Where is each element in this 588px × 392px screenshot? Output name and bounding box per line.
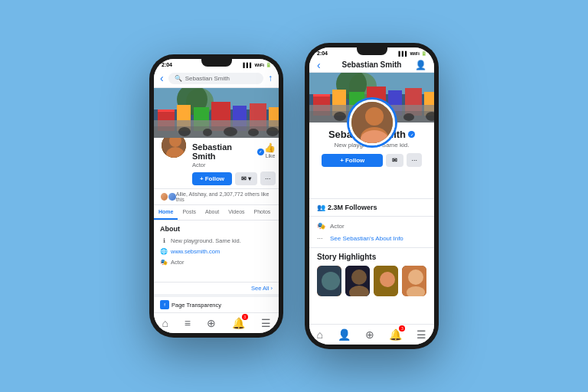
- about-title: About: [160, 225, 273, 233]
- profile-section-old: Sebastian Smith ✓ Actor 👍 Like +: [154, 138, 279, 189]
- search-bar-old[interactable]: 🔍 Sebastian Smith: [168, 73, 263, 84]
- tab-photos[interactable]: Photos: [250, 205, 276, 220]
- page-transparency: f Page Transparency: [154, 294, 279, 312]
- svg-point-18: [266, 127, 279, 136]
- tab-videos[interactable]: Videos: [224, 205, 249, 220]
- followers-section: 👥 2.3M Followers: [309, 199, 434, 217]
- svg-rect-27: [313, 94, 330, 96]
- dots-icon: ···: [317, 234, 326, 242]
- tab-more[interactable]: Ev...: [275, 205, 279, 220]
- actor-icon: 🎭: [160, 258, 168, 266]
- add-nav-old[interactable]: ⊕: [207, 317, 216, 329]
- about-role: 🎭 Actor: [160, 258, 273, 266]
- message-button-new[interactable]: ✉: [386, 154, 403, 167]
- story-thumb-4[interactable]: [402, 266, 426, 296]
- bell-nav-old[interactable]: 🔔 3: [232, 317, 245, 329]
- phone-new-screen: 2:04 ▌▌▌ WiFi 🔋 ‹ Sebastian Smith 👤: [309, 47, 434, 345]
- story-thumb-2[interactable]: [345, 266, 370, 296]
- phone2-header: ‹ Sebastian Smith 👤: [309, 57, 434, 73]
- svg-point-46: [322, 272, 340, 290]
- follow-button-new[interactable]: + Follow: [322, 154, 383, 167]
- cover-photo-svg: [154, 88, 279, 138]
- back-button-old[interactable]: ‹: [160, 72, 164, 84]
- more-button-old[interactable]: ···: [260, 172, 276, 185]
- time-old: 2:04: [162, 62, 172, 67]
- likes-text: Allie, Atishay, and 2,307,772 others lik…: [176, 191, 273, 202]
- svg-point-53: [408, 270, 423, 285]
- home-nav-old[interactable]: ⌂: [162, 317, 168, 329]
- tab-home[interactable]: Home: [154, 205, 178, 220]
- bottom-nav-new: ⌂ 👤 ⊕ 🔔 3 ☰: [309, 324, 434, 345]
- actor-icon-new: 🎭: [317, 222, 326, 230]
- about-section: About ℹ New playground. Same kid. 🌐 www.…: [154, 220, 279, 282]
- svg-point-17: [248, 129, 259, 136]
- hamburger-nav-new[interactable]: ☰: [416, 328, 426, 341]
- hamburger-nav-old[interactable]: ☰: [261, 317, 271, 329]
- message-button-old[interactable]: ✉ ▾: [235, 172, 257, 185]
- about-bio: ℹ New playground. Same kid.: [160, 237, 273, 244]
- notch: [201, 59, 232, 67]
- globe-icon: 🌐: [160, 247, 168, 255]
- svg-point-15: [203, 129, 212, 136]
- phone1-header: ‹ 🔍 Sebastian Smith ↑: [154, 69, 279, 88]
- story-thumb-1[interactable]: [317, 266, 341, 296]
- story-highlights-title: Story Highlights: [317, 253, 426, 261]
- svg-point-14: [178, 127, 191, 136]
- search-text-old: Sebastian Smith: [185, 75, 230, 82]
- share-icon-old[interactable]: ↑: [268, 73, 273, 83]
- bell-nav-new[interactable]: 🔔 3: [389, 328, 402, 341]
- phone-old: 2:04 ▌▌▌ WiFi 🔋 ‹ 🔍 Sebastian Smith ↑: [149, 54, 283, 338]
- profile-subtitle-old: Actor: [192, 162, 264, 168]
- phones-container: 2:04 ▌▌▌ WiFi 🔋 ‹ 🔍 Sebastian Smith ↑: [149, 43, 439, 349]
- add-nav-new[interactable]: ⊕: [365, 328, 374, 341]
- svg-point-16: [224, 127, 237, 136]
- see-all-button[interactable]: See All ›: [154, 282, 279, 294]
- status-icons-old: ▌▌▌ WiFi 🔋: [243, 62, 271, 67]
- phone-old-screen: 2:04 ▌▌▌ WiFi 🔋 ‹ 🔍 Sebastian Smith ↑: [154, 59, 279, 333]
- fb-icon: f: [160, 300, 169, 309]
- about-website[interactable]: 🌐 www.sebsmith.com: [160, 247, 273, 255]
- svg-point-36: [334, 112, 346, 121]
- info-actor: 🎭 Actor: [317, 220, 426, 232]
- nav-tabs-old: Home Posts About Videos Photos Ev...: [154, 205, 279, 220]
- svg-point-42: [365, 107, 384, 126]
- story-highlights: Story Highlights: [309, 248, 434, 301]
- followers-count: 👥 2.3M Followers: [317, 204, 426, 211]
- svg-point-51: [380, 272, 395, 287]
- status-icons-new: ▌▌▌ WiFi 🔋: [399, 51, 426, 56]
- person-icon-new[interactable]: 👤: [415, 60, 426, 70]
- more-button-new[interactable]: ···: [407, 153, 422, 167]
- svg-point-39: [403, 113, 414, 121]
- svg-rect-5: [158, 109, 175, 112]
- time-new: 2:04: [317, 51, 328, 56]
- story-thumb-3[interactable]: [374, 266, 398, 296]
- profile-new-container: Sebastian Smith ✓ New playground. Same k…: [309, 73, 434, 199]
- profile-nav-new[interactable]: 👤: [338, 328, 351, 341]
- menu-nav-old[interactable]: ≡: [185, 317, 191, 329]
- home-nav-new[interactable]: ⌂: [317, 328, 323, 341]
- notch-new: [357, 47, 387, 55]
- like-label-old: 👍 Like: [264, 142, 276, 158]
- phone-new: 2:04 ▌▌▌ WiFi 🔋 ‹ Sebastian Smith 👤: [305, 43, 439, 349]
- verified-badge-old: ✓: [257, 149, 264, 155]
- notification-badge-new: 3: [399, 325, 405, 332]
- action-buttons-new: + Follow ✉ ···: [315, 153, 428, 167]
- info-list: 🎭 Actor ··· See Sebastian's About Info: [309, 217, 434, 248]
- story-items: [317, 266, 426, 296]
- likes-row: Allie, Atishay, and 2,307,772 others lik…: [154, 189, 279, 205]
- verified-badge-new: ✓: [408, 131, 415, 138]
- action-buttons-old: + Follow ✉ ▾ ···: [192, 172, 276, 185]
- tab-posts[interactable]: Posts: [178, 205, 201, 220]
- profile-name-old: Sebastian Smith ✓: [192, 142, 264, 161]
- info-icon: ℹ: [160, 237, 168, 244]
- follow-button-old[interactable]: + Follow: [192, 172, 232, 185]
- back-button-new[interactable]: ‹: [317, 59, 321, 71]
- svg-point-48: [351, 270, 367, 285]
- avatar-new: [349, 100, 395, 145]
- bottom-nav-old: ⌂ ≡ ⊕ 🔔 3 ☰: [154, 312, 279, 333]
- svg-rect-13: [154, 126, 279, 138]
- header-title-new: Sebastian Smith: [317, 60, 426, 69]
- followers-icon: 👥: [317, 204, 325, 211]
- info-about[interactable]: ··· See Sebastian's About Info: [317, 232, 426, 244]
- tab-about[interactable]: About: [201, 205, 224, 220]
